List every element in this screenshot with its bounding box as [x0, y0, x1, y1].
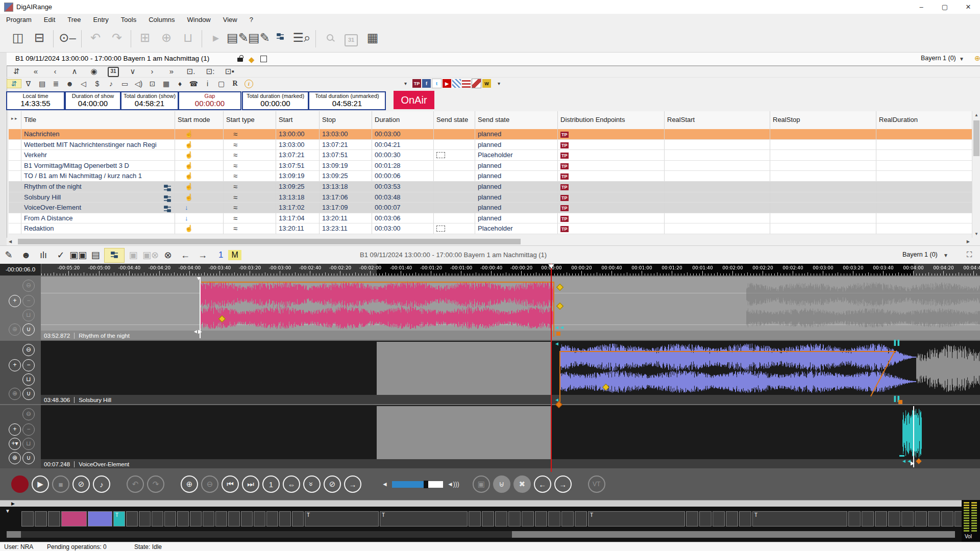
bavaria-crest-icon[interactable]: [452, 79, 461, 88]
prev-button[interactable]: ←: [534, 475, 551, 493]
metronome-button[interactable]: ♪: [93, 475, 110, 493]
edit-pencil-icon[interactable]: ✎: [0, 249, 17, 261]
cell-duration[interactable]: 00:04:21: [372, 140, 434, 150]
cell-start-mode[interactable]: ↓: [175, 203, 224, 213]
table-row[interactable]: TO / B1 am Mi Nachmittag / kurz nach 1☝≈…: [9, 171, 972, 182]
table-row[interactable]: Verkehr☝≈13:07:2113:07:5100:00:30Placeho…: [9, 150, 972, 161]
cassette-icon[interactable]: ▭: [118, 80, 132, 88]
cell-stop[interactable]: 13:09:25: [320, 171, 372, 181]
cell-send-state[interactable]: planned: [475, 171, 558, 181]
multitrack-editor-icon[interactable]: [270, 28, 291, 50]
track-delete-button[interactable]: ⊔: [22, 438, 35, 450]
cell-title[interactable]: From A Distance: [21, 213, 175, 223]
table-row[interactable]: Nachrichten☝≈13:00:0013:03:0000:03:00pla…: [9, 129, 972, 140]
overview-element[interactable]: [848, 511, 861, 527]
cell-duration[interactable]: 00:00:06: [372, 171, 434, 181]
contributors-icon[interactable]: ☻: [63, 80, 77, 88]
cell-start[interactable]: 13:03:00: [276, 140, 320, 150]
column-header-distribution-endpoints[interactable]: Distribution Endpoints: [558, 111, 665, 129]
cell-stop[interactable]: 13:03:00: [320, 129, 372, 139]
overview-element[interactable]: [495, 511, 507, 527]
filter-dropdown-icon[interactable]: ▾: [399, 81, 412, 86]
cell-stop[interactable]: 13:07:21: [320, 140, 372, 150]
playhead-marker-cyan[interactable]: ◄◄: [554, 324, 565, 330]
multitrack-icon[interactable]: [104, 248, 125, 263]
scroll-up-icon[interactable]: ▲: [974, 113, 978, 117]
cell-start[interactable]: 13:00:00: [276, 129, 320, 139]
overview-element[interactable]: [292, 511, 304, 527]
track-monitor-button[interactable]: ⊖: [22, 280, 35, 292]
playhead-handle[interactable]: [548, 264, 554, 268]
track-route-button[interactable]: ⊕: [9, 323, 21, 336]
go-start-button[interactable]: ⏮: [222, 475, 239, 493]
cell-start-type[interactable]: ≈: [224, 192, 276, 203]
cell-start-mode[interactable]: ☝: [175, 150, 224, 160]
overview-element[interactable]: [203, 511, 214, 527]
overview-element[interactable]: [901, 511, 914, 527]
onair-button[interactable]: OnAir: [394, 91, 434, 109]
overview-element[interactable]: [928, 511, 940, 527]
arrow-right-icon[interactable]: →: [194, 250, 211, 261]
table-grid-icon[interactable]: ▦: [362, 28, 383, 50]
table-horizontal-scrollbar[interactable]: ◀ ▶: [7, 238, 972, 245]
record-button[interactable]: [11, 475, 29, 493]
cell-title[interactable]: TO / B1 am Mi Nachmittag / kurz nach 1: [21, 171, 175, 181]
column-header-realstart[interactable]: RealStart: [665, 111, 770, 129]
zoom-selection-button[interactable]: ⇔: [283, 475, 300, 493]
overview-element[interactable]: [126, 511, 138, 527]
r-label-icon[interactable]: R: [228, 80, 242, 88]
zoom-one-button[interactable]: 1: [262, 475, 280, 493]
cell-start-type[interactable]: ≈: [224, 140, 276, 150]
cell-title[interactable]: Rhythm of the night: [21, 182, 175, 192]
track1-level-envelope[interactable]: [201, 282, 554, 283]
overview-element[interactable]: [888, 511, 900, 527]
track2-level-envelope[interactable]: [559, 351, 896, 352]
column-header-stop[interactable]: Stop: [320, 111, 372, 129]
cell-start[interactable]: 13:17:02: [276, 203, 320, 213]
menu-tools[interactable]: Tools: [115, 16, 142, 23]
channel-selector[interactable]: Bayern 1 (0): [921, 55, 956, 62]
wuerzburg-crest-icon[interactable]: [472, 79, 481, 88]
column-header-title[interactable]: Title: [21, 111, 175, 129]
cell-duration[interactable]: 00:03:00: [372, 223, 434, 234]
cell-stop[interactable]: 13:07:51: [320, 150, 372, 160]
overview-element[interactable]: [561, 511, 574, 527]
cell-start-type[interactable]: ≈: [224, 203, 276, 213]
track-plus-drop-button[interactable]: +▾: [9, 438, 21, 450]
cell-start-mode[interactable]: ☝: [175, 182, 224, 192]
menu-?[interactable]: ?: [243, 16, 259, 23]
cell-title[interactable]: Solsbury Hill: [21, 192, 175, 203]
column-header-realduration[interactable]: RealDuration: [876, 111, 972, 129]
music-icon[interactable]: ♪: [104, 80, 118, 88]
track1-start-flag[interactable]: ▼: [196, 276, 201, 281]
cell-stop[interactable]: 13:13:18: [320, 182, 372, 192]
cell-start-type[interactable]: ≈: [224, 223, 276, 234]
cell-stop[interactable]: 13:17:09: [320, 203, 372, 213]
microphone-icon[interactable]: ♦: [173, 80, 187, 88]
cell-start-mode[interactable]: ☝: [175, 223, 224, 234]
go-next-icon[interactable]: ›: [142, 67, 162, 76]
track1-start-foot[interactable]: ◄▶: [193, 329, 202, 334]
close-button[interactable]: ✕: [957, 0, 980, 14]
cell-start-type[interactable]: ≈: [224, 182, 276, 192]
phone-icon[interactable]: ☎: [187, 80, 201, 88]
overview-element[interactable]: [548, 511, 560, 527]
eagle-crest-icon[interactable]: W: [482, 79, 491, 88]
menu-program[interactable]: Program: [0, 16, 38, 23]
table-row[interactable]: From A Distance↓≈13:17:0413:20:1100:03:0…: [9, 213, 972, 224]
card-view-icon[interactable]: ▤: [35, 80, 49, 88]
cell-title[interactable]: Redaktion: [21, 223, 175, 234]
cell-send-state[interactable]: planned: [475, 192, 558, 203]
validate-icon[interactable]: ✓: [52, 249, 69, 261]
cell-send-state[interactable]: planned: [475, 213, 558, 223]
split-vertical-icon[interactable]: ◫: [7, 28, 29, 50]
timeline-ruler[interactable]: -00:00:06.0: [0, 264, 980, 276]
go-end-button[interactable]: ⏭: [242, 475, 259, 493]
cell-title[interactable]: VoiceOver-Element: [21, 203, 175, 213]
cell-duration[interactable]: 00:01:28: [372, 161, 434, 171]
next-button[interactable]: →: [554, 475, 572, 493]
collapse-all-button[interactable]: »: [303, 475, 321, 493]
cell-start-type[interactable]: ≈: [224, 171, 276, 181]
box-icon[interactable]: ⊡: [145, 80, 159, 88]
cell-send-state[interactable]: planned: [475, 140, 558, 150]
